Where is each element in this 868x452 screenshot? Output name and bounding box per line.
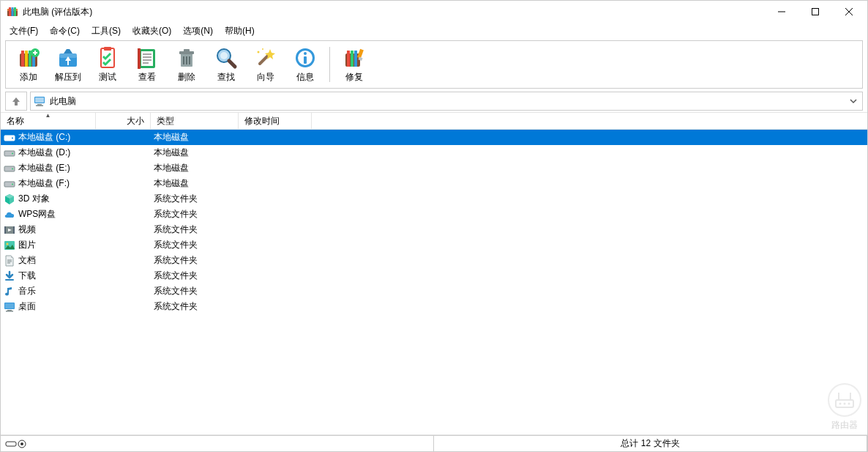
table-row[interactable]: WPS网盘系统文件夹 [1,207,867,222]
desktop-icon [4,301,15,313]
status-total: 总计 12 文件夹 [434,436,867,451]
row-type: 系统文件夹 [151,208,239,221]
row-name: 本地磁盘 (E:) [18,162,70,174]
view-icon [135,46,159,70]
view-button[interactable]: 查看 [127,42,167,86]
music-icon [4,286,15,297]
svg-rect-47 [354,51,357,67]
test-icon [96,46,119,70]
table-row[interactable]: 下载系统文件夹 [1,268,867,284]
col-type[interactable]: 类型 [151,113,239,129]
svg-point-59 [12,152,13,154]
table-row[interactable]: 本地磁盘 (E:)本地磁盘 [1,160,867,176]
maximize-button[interactable] [798,1,832,23]
svg-rect-80 [6,442,16,446]
col-size[interactable]: 大小 [96,113,151,129]
svg-rect-79 [6,311,13,312]
wizard-label: 向导 [257,71,274,84]
computer-icon [34,95,45,107]
add-label: 添加 [20,71,37,84]
wizard-button[interactable]: 向导 [246,42,285,86]
svg-rect-52 [37,104,42,105]
address-path: 此电脑 [50,95,843,108]
find-button[interactable]: 查找 [206,42,246,86]
table-row[interactable]: 音乐系统文件夹 [1,284,867,299]
col-modified[interactable]: 修改时间 [239,113,312,129]
menubar: 文件(F) 命令(C) 工具(S) 收藏夹(O) 选项(N) 帮助(H) [1,23,867,39]
menu-options[interactable]: 选项(N) [177,23,219,39]
svg-point-42 [304,52,307,55]
sort-indicator-icon: ▲ [45,112,51,119]
svg-rect-68 [13,226,15,234]
delete-button[interactable]: 删除 [167,42,206,86]
svg-rect-20 [104,47,111,51]
address-field[interactable]: 此电脑 [30,92,863,111]
table-row[interactable]: 本地磁盘 (C:)本地磁盘 [1,130,867,145]
find-icon [214,46,238,70]
table-row[interactable]: 文档系统文件夹 [1,253,867,268]
row-type: 本地磁盘 [151,131,239,144]
3d-icon [4,193,15,205]
column-headers: 名称 ▲ 大小 类型 修改时间 [1,112,867,130]
svg-point-82 [20,442,23,445]
info-button[interactable]: 信息 [285,42,325,86]
download-icon [4,270,15,282]
svg-rect-30 [184,49,190,52]
svg-rect-43 [304,56,307,64]
row-type: 系统文件夹 [151,300,239,313]
file-list[interactable]: 本地磁盘 (C:)本地磁盘本地磁盘 (D:)本地磁盘本地磁盘 (E:)本地磁盘本… [1,130,867,435]
svg-rect-51 [35,97,44,103]
up-button[interactable] [5,92,27,111]
svg-point-65 [12,183,13,185]
winrar-icon [7,6,18,18]
row-type: 系统文件夹 [151,285,239,297]
row-type: 系统文件夹 [151,239,239,251]
svg-point-62 [12,168,13,169]
menu-commands[interactable]: 命令(C) [44,23,86,39]
svg-rect-3 [12,7,14,16]
cloud-icon [4,209,15,221]
menu-file[interactable]: 文件(F) [4,23,44,39]
add-icon [17,46,40,70]
extract-button[interactable]: 解压到 [48,42,88,86]
test-button[interactable]: 测试 [88,42,127,86]
svg-rect-53 [36,105,43,107]
repair-button[interactable]: 修复 [334,42,374,86]
table-row[interactable]: 桌面系统文件夹 [1,299,867,314]
svg-rect-27 [138,48,141,69]
table-row[interactable]: 视频系统文件夹 [1,222,867,237]
addressbar: 此电脑 [1,90,867,112]
menu-help[interactable]: 帮助(H) [219,23,261,39]
row-name: 3D 对象 [18,193,50,205]
svg-rect-77 [5,303,14,308]
svg-point-70 [7,242,9,245]
address-dropdown-icon[interactable] [848,97,859,105]
status-device-icon [5,440,27,448]
row-name: 本地磁盘 (F:) [18,177,70,190]
doc-icon [4,255,15,267]
drive-icon [4,147,15,159]
add-button[interactable]: 添加 [9,42,48,86]
svg-point-35 [220,52,228,59]
svg-line-36 [229,61,235,67]
menu-favorites[interactable]: 收藏夹(O) [127,23,177,39]
row-name: 桌面 [18,300,36,313]
menu-tools[interactable]: 工具(S) [86,23,127,39]
svg-rect-78 [7,310,12,311]
table-row[interactable]: 3D 对象系统文件夹 [1,191,867,207]
table-row[interactable]: 本地磁盘 (F:)本地磁盘 [1,176,867,191]
svg-rect-67 [4,226,6,234]
svg-point-75 [5,292,9,295]
table-row[interactable]: 本地磁盘 (D:)本地磁盘 [1,145,867,160]
col-name[interactable]: 名称 ▲ [1,113,96,129]
svg-rect-22 [141,51,153,66]
minimize-button[interactable] [765,1,798,23]
delete-label: 删除 [178,71,195,84]
drive-icon [4,178,15,190]
info-label: 信息 [296,71,314,84]
svg-rect-6 [812,9,819,15]
table-row[interactable]: 图片系统文件夹 [1,237,867,253]
close-button[interactable] [832,1,866,23]
row-type: 本地磁盘 [151,162,239,174]
toolbar-separator [329,47,330,82]
